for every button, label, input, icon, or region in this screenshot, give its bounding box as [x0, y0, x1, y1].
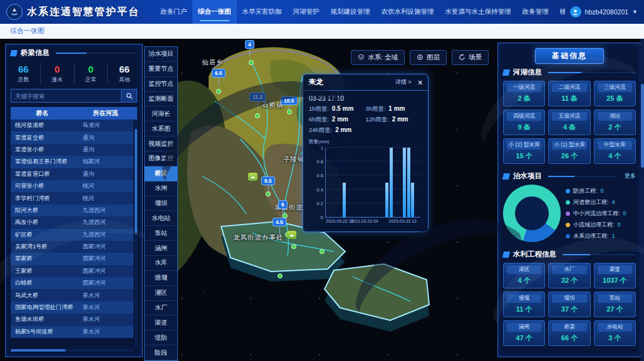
- search-button[interactable]: [121, 89, 137, 103]
- legend-value: 0: [623, 210, 626, 216]
- table-row[interactable]: 杨家5号坝堤桥泉水河: [11, 326, 133, 338]
- nav-tab[interactable]: 水旱灾害防御: [237, 0, 288, 24]
- table-row[interactable]: 桃河柴港桥马港河: [11, 119, 133, 131]
- table-row[interactable]: 矿区桥九渡西河: [11, 229, 133, 241]
- table-row[interactable]: 阳河大桥九渡西河: [11, 205, 133, 216]
- nav-tab[interactable]: 农饮水利设施管理: [376, 0, 440, 24]
- table-row[interactable]: 马武大桥泉水河: [11, 289, 133, 301]
- chart-y-tick: 0.2: [317, 200, 326, 206]
- close-icon[interactable]: ×: [418, 78, 423, 87]
- chart-y-tick: 0.8: [317, 159, 326, 165]
- layer-menu-item[interactable]: 水库: [145, 256, 177, 271]
- info-card: 渠道1037 个: [594, 263, 636, 288]
- table-row[interactable]: 覃遵富营口桥通沟: [11, 168, 133, 180]
- nav-tab[interactable]: 水资源与水土保持管理: [440, 0, 517, 24]
- layer-menu-item[interactable]: 渠道: [145, 315, 177, 330]
- popup-detail-link[interactable]: 详情 >: [395, 78, 412, 86]
- layer-menu-item[interactable]: 灌区: [145, 286, 177, 301]
- info-card-value: 4 个: [505, 276, 543, 285]
- rain-metric-value: 0.5 mm: [332, 105, 353, 112]
- map-tool-marker[interactable]: 图层: [410, 50, 447, 65]
- table-row[interactable]: 白蜡桥圆家冲河: [11, 277, 133, 289]
- layer-menu-item[interactable]: 水电站: [145, 211, 177, 226]
- bridge-name-cell: 白蜡桥: [11, 279, 79, 287]
- layer-menu-item[interactable]: 水厂: [145, 301, 177, 316]
- nav-tab[interactable]: 政务管理: [517, 0, 554, 24]
- legend-dot-icon: [566, 211, 570, 216]
- layer-menu-item[interactable]: 视频监控: [145, 136, 177, 151]
- table-row[interactable]: 禹发小桥九渡西河: [11, 216, 133, 228]
- info-card-label: 中型水库: [598, 141, 632, 150]
- layer-menu-item[interactable]: 涵闸: [145, 241, 177, 256]
- nav-tab[interactable]: 河湖管护: [288, 0, 325, 24]
- map-value-marker[interactable]: 4: [245, 40, 254, 49]
- layer-menu-item[interactable]: 图像监控: [145, 151, 177, 166]
- layer-menu-item[interactable]: 监控节点: [145, 77, 177, 92]
- stat-label: 漫水: [41, 76, 74, 84]
- table-row[interactable]: 司营张小桥桃河: [11, 180, 133, 192]
- layer-menu-item[interactable]: 水系图: [145, 121, 177, 136]
- weather-station-icon[interactable]: ☁: [287, 231, 296, 239]
- table-row[interactable]: 覃遵富交桥通沟: [11, 131, 133, 143]
- nav-tab[interactable]: 规划建设管理: [325, 0, 376, 24]
- bridge-name-cell: 阳河大桥: [11, 206, 79, 215]
- map-value-marker[interactable]: 4.5: [273, 218, 286, 226]
- table-row[interactable]: 国家电网管理处门湾桥泉水河: [11, 302, 133, 313]
- marker-dot: [291, 244, 296, 249]
- layer-menu-item[interactable]: 堰坝: [145, 196, 177, 211]
- horizontal-scrollbar[interactable]: [11, 349, 133, 352]
- layer-menu-item[interactable]: 塘堰: [145, 271, 177, 286]
- nav-tab[interactable]: 政务门户: [155, 0, 192, 24]
- info-card-value: 11 个: [505, 305, 543, 314]
- right-scrollbar[interactable]: [641, 39, 644, 361]
- map-value-marker[interactable]: 6.5: [212, 69, 226, 78]
- table-row[interactable]: 王家桥圆家冲河: [11, 265, 133, 277]
- layer-menu-item[interactable]: 堤防: [145, 330, 177, 345]
- section-accent: [502, 252, 510, 258]
- search-input[interactable]: [11, 89, 121, 103]
- rain-metric: 1h雨量: 0.5 mm: [309, 105, 366, 113]
- layer-menu-item[interactable]: 治水项目: [145, 47, 177, 62]
- river-section-title: 河湖信息: [513, 68, 542, 77]
- basic-info-header-button[interactable]: 基础信息: [535, 48, 604, 64]
- legend-label: 水系治理工程:: [573, 232, 609, 240]
- nav-tab[interactable]: 移民工作管理: [554, 0, 565, 24]
- legend-dot-icon: [566, 234, 570, 238]
- info-card: 塘堰11 个: [503, 292, 545, 317]
- marker-dot: [278, 273, 283, 278]
- info-card: 堰坝37 个: [548, 292, 590, 317]
- info-card-label: 桥梁: [552, 323, 586, 332]
- user-menu[interactable]: hbzb42080201 ▼: [570, 6, 638, 18]
- map-value-marker[interactable]: 11.3: [249, 93, 266, 101]
- vertical-scrollbar[interactable]: [135, 119, 137, 348]
- map-tool-layers[interactable]: 水系: 全域: [351, 50, 405, 65]
- table-row[interactable]: 吴家湾1号桥圆家冲河: [11, 241, 133, 253]
- table-row[interactable]: 李学村门湾桥桃河: [11, 192, 133, 204]
- nav-tab[interactable]: 综合一张图: [192, 0, 237, 24]
- breadcrumb[interactable]: 综合一张图: [10, 26, 44, 36]
- more-link[interactable]: 更多: [625, 172, 636, 180]
- layer-menu-item[interactable]: 水闸: [145, 181, 177, 196]
- legend-label: 防洪工程:: [573, 187, 598, 195]
- rain-metric-value: 2 mm: [332, 116, 348, 123]
- layer-menu-item[interactable]: 泵站: [145, 226, 177, 241]
- table-row[interactable]: 鱼塘水坝桥泉水河: [11, 313, 133, 325]
- table-row[interactable]: 覃家桥圆家冲河: [11, 253, 133, 265]
- layer-menu-item[interactable]: 险段: [145, 345, 177, 360]
- layer-menu-item[interactable]: 监测断面: [145, 92, 177, 107]
- table-row[interactable]: 覃遵镇易王界门湾桥钱家河: [11, 156, 133, 168]
- layer-menu-item[interactable]: 重要节点: [145, 62, 177, 77]
- table-row[interactable]: 覃遵张小桥通沟: [11, 144, 133, 156]
- weather-station-icon[interactable]: ☁: [248, 173, 257, 181]
- marker-dot: [249, 60, 254, 65]
- info-card: 小 (2) 型水库15 个: [503, 138, 545, 164]
- map-value-marker[interactable]: 6.5: [261, 176, 275, 185]
- map-value-marker[interactable]: 6: [278, 200, 288, 209]
- layer-menu-item[interactable]: 河湖长: [145, 106, 177, 121]
- map-value-marker[interactable]: 10.5: [281, 96, 298, 105]
- marker-dot: [287, 109, 292, 114]
- map-tool-scene[interactable]: 场景: [452, 50, 489, 65]
- info-card-label: 塘堰: [507, 294, 541, 303]
- rain-bar-chart: 雨量(mm) 00.20.40.60.812023-03-22 192023-0…: [309, 140, 422, 226]
- layer-menu-item[interactable]: 桥梁: [145, 166, 177, 181]
